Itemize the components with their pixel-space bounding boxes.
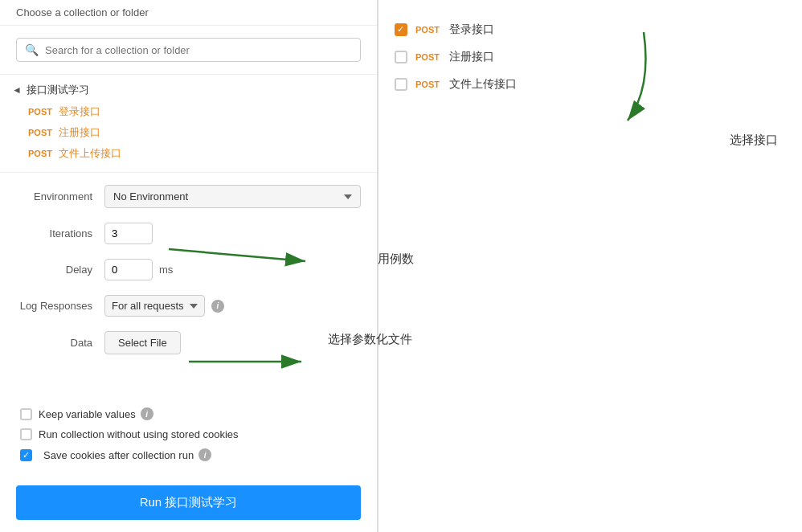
api-title-upload: 文件上传接口 [449, 77, 517, 92]
api-item-name: 注册接口 [59, 125, 100, 140]
collection-header[interactable]: ◄ 接口测试学习 [12, 83, 365, 97]
search-box: 🔍 [16, 38, 361, 62]
save-cookies-checkbox[interactable] [20, 449, 32, 461]
api-method-badge: POST [28, 107, 52, 117]
search-section: 🔍 [0, 26, 377, 75]
api-list-item[interactable]: POST文件上传接口 [28, 143, 365, 164]
api-method-badge: POST [28, 128, 52, 137]
delay-row: Delay ms [16, 259, 361, 280]
no-cookies-row: Run collection without using stored cook… [16, 428, 361, 440]
save-cookies-label: Save cookies after collection run [43, 449, 194, 461]
api-item-name: 登录接口 [59, 104, 100, 119]
api-method-register: POST [415, 52, 441, 62]
keep-variable-info-icon[interactable]: i [141, 407, 153, 420]
collection-name: 接口测试学习 [27, 83, 89, 97]
data-label: Data [16, 337, 104, 349]
select-interface-arrow [523, 24, 684, 137]
no-cookies-checkbox[interactable] [20, 428, 32, 440]
iterations-row: Iterations [16, 223, 361, 244]
api-item-name: 文件上传接口 [59, 146, 121, 161]
keep-variable-row: Keep variable values i [16, 407, 361, 420]
api-list: POST登录接口POST注册接口POST文件上传接口 [12, 101, 365, 164]
search-icon: 🔍 [25, 43, 39, 56]
log-select-wrap: For all requests i [104, 295, 224, 317]
api-checkbox-login[interactable] [395, 23, 407, 36]
log-responses-row: Log Responses For all requests i [16, 295, 361, 317]
api-method-upload: POST [415, 80, 441, 89]
keep-variable-checkbox[interactable] [20, 408, 32, 420]
select-interface-annotation: 选择接口 [730, 133, 778, 148]
search-input[interactable] [45, 44, 352, 56]
checkbox-section: Keep variable values i Run collection wi… [0, 407, 377, 477]
log-responses-select[interactable]: For all requests [104, 295, 205, 317]
log-responses-info-icon[interactable]: i [211, 300, 224, 313]
api-list-item[interactable]: POST注册接口 [28, 122, 365, 143]
api-method-login: POST [415, 25, 441, 35]
collection-section: ◄ 接口测试学习 POST登录接口POST注册接口POST文件上传接口 [0, 75, 377, 173]
api-checkbox-upload[interactable] [395, 78, 407, 91]
keep-variable-label: Keep variable values [39, 408, 136, 420]
no-cookies-label: Run collection without using stored cook… [39, 428, 239, 440]
iterations-label: Iterations [16, 227, 104, 239]
run-button-section: Run 接口测试学习 [0, 477, 377, 532]
left-panel: Choose a collection or folder 🔍 ◄ 接口测试学习… [0, 0, 378, 532]
log-responses-label: Log Responses [16, 300, 104, 312]
environment-row: Environment No Environment [16, 185, 361, 208]
delay-input[interactable] [104, 259, 153, 280]
top-label: Choose a collection or folder [0, 0, 377, 26]
collapse-arrow-icon: ◄ [12, 84, 22, 96]
data-row: Data Select File [16, 331, 361, 354]
select-file-button[interactable]: Select File [104, 331, 181, 354]
api-title-login: 登录接口 [449, 23, 494, 37]
right-panel: POST 登录接口 POST 注册接口 POST 文件上传接口 选择接口 [378, 0, 802, 532]
api-checkbox-register[interactable] [395, 51, 407, 63]
save-cookies-row: Save cookies after collection run i [16, 448, 361, 461]
iterations-input[interactable] [104, 223, 153, 244]
environment-label: Environment [16, 190, 104, 203]
api-title-register: 注册接口 [449, 50, 494, 64]
run-button[interactable]: Run 接口测试学习 [16, 485, 361, 520]
environment-select[interactable]: No Environment [104, 185, 361, 208]
save-cookies-info-icon[interactable]: i [198, 448, 211, 461]
api-method-badge: POST [28, 149, 52, 158]
ms-label: ms [159, 264, 173, 276]
config-section: Environment No Environment Iterations De… [0, 173, 377, 407]
delay-label: Delay [16, 264, 104, 276]
api-list-item[interactable]: POST登录接口 [28, 101, 365, 122]
